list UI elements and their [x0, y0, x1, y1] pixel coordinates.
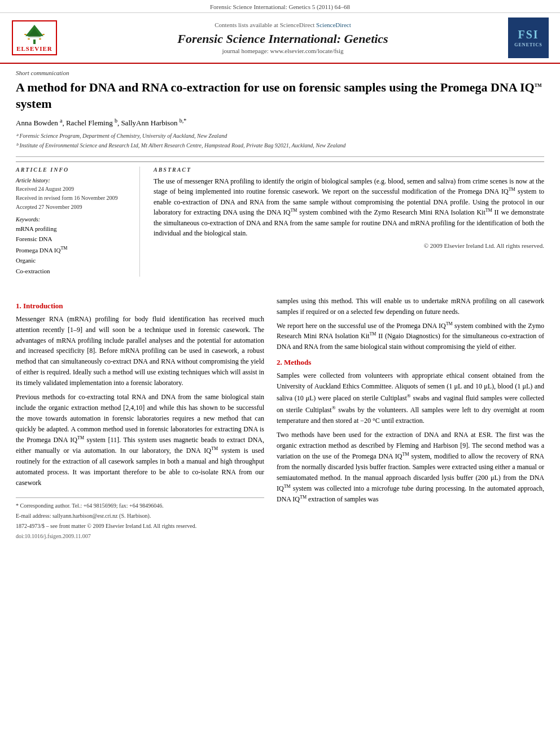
fsi-logo-box: FSI GENETICS	[508, 18, 549, 58]
fsi-letters: FSI	[518, 28, 539, 41]
introduction-heading: 1. Introduction	[16, 302, 264, 311]
journal-header: ELSEVIER Contents lists available at Sci…	[0, 13, 560, 64]
journal-center: Contents lists available at ScienceDirec…	[65, 18, 500, 58]
article-info-right: ABSTRACT The use of messenger RNA profil…	[151, 167, 544, 277]
elsevier-logo-box: ELSEVIER	[12, 20, 57, 55]
intro-para1: Messenger RNA (mRNA) profiling for body …	[16, 314, 264, 389]
authors: Anna Bowden a, Rachel Fleming b, SallyAn…	[16, 117, 544, 128]
keywords-label: Keywords:	[16, 216, 132, 222]
elsevier-logo: ELSEVIER	[9, 18, 60, 58]
received-date: Received 24 August 2009	[16, 185, 132, 194]
col-right: samples using this method. This will ena…	[277, 296, 544, 542]
sciencedirect-text: Contents lists available at ScienceDirec…	[215, 21, 314, 28]
doi-line: doi:10.1016/j.fsigen.2009.11.007	[16, 532, 264, 540]
intro-para2: Previous methods for co-extracting total…	[16, 392, 264, 488]
issn-line: 1872-4973/$ – see front matter © 2009 El…	[16, 522, 264, 530]
article-info-title: ARTICLE INFO	[16, 167, 132, 173]
divider	[16, 156, 544, 157]
keywords-list: mRNA profiling Forensic DNA Promega DNA …	[16, 224, 132, 277]
svg-rect-5	[28, 38, 30, 40]
footnote-area: * Corresponding author. Tel.: +64 981569…	[16, 497, 264, 540]
journal-homepage: journal homepage: www.elsevier.com/locat…	[65, 47, 500, 54]
sciencedirect-link[interactable]: ScienceDirect	[316, 21, 351, 28]
svg-rect-4	[42, 34, 45, 35]
section-label: Short communication	[16, 69, 544, 76]
main-body: 1. Introduction Messenger RNA (mRNA) pro…	[0, 296, 560, 542]
fsi-logo: FSI GENETICS	[506, 18, 551, 58]
methods-heading: 2. Methods	[277, 358, 544, 367]
corresponding-author: * Corresponding author. Tel.: +64 981569…	[16, 501, 264, 510]
accepted-date: Accepted 27 November 2009	[16, 203, 132, 212]
col-left: 1. Introduction Messenger RNA (mRNA) pro…	[16, 296, 264, 542]
journal-citation: Forensic Science International: Genetics…	[210, 3, 350, 10]
copyright: © 2009 Elsevier Ireland Ltd. All rights …	[154, 242, 544, 249]
sciencedirect-label: Contents lists available at ScienceDirec…	[65, 21, 500, 28]
article-info-row: ARTICLE INFO Article history: Received 2…	[16, 161, 544, 277]
article-info-left: ARTICLE INFO Article history: Received 2…	[16, 167, 140, 277]
abstract-label: ABSTRACT	[154, 167, 544, 173]
right-intro-para2: We report here on the successful use of …	[277, 321, 544, 353]
elsevier-tree-icon	[20, 24, 49, 44]
methods-para2: Two methods have been used for the extra…	[277, 430, 544, 505]
svg-rect-3	[24, 34, 27, 35]
revised-date: Received in revised form 16 November 200…	[16, 194, 132, 203]
tm-superscript: TM	[535, 83, 542, 88]
journal-title: Forensic Science International: Genetics	[65, 32, 500, 46]
email-address: E-mail address: sallyann.harbison@esr.cr…	[16, 512, 264, 520]
abstract-paragraph: The use of messenger RNA profiling to id…	[154, 176, 544, 239]
abstract-text: The use of messenger RNA profiling to id…	[154, 176, 544, 239]
article-content: Short communication A method for DNA and…	[0, 64, 560, 291]
svg-rect-6	[39, 38, 41, 40]
elsevier-name: ELSEVIER	[16, 45, 53, 52]
page-wrapper: Forensic Science International: Genetics…	[0, 0, 560, 542]
affiliation-a: ᵃ Forensic Science Program, Department o…	[16, 132, 544, 140]
right-intro-para1: samples using this method. This will ena…	[277, 296, 544, 317]
article-title-text: A method for DNA and RNA co-extraction f…	[16, 80, 535, 94]
affiliations: ᵃ Forensic Science Program, Department o…	[16, 132, 544, 150]
journal-citation-bar: Forensic Science International: Genetics…	[0, 0, 560, 13]
fsi-subtitle: GENETICS	[514, 42, 542, 48]
history-label: Article history:	[16, 177, 132, 184]
article-title: A method for DNA and RNA co-extraction f…	[16, 80, 544, 112]
affiliation-b: ᵇ Institute of Environmental Science and…	[16, 141, 544, 150]
svg-rect-0	[33, 40, 36, 44]
methods-para1: Samples were collected from volunteers w…	[277, 370, 544, 426]
